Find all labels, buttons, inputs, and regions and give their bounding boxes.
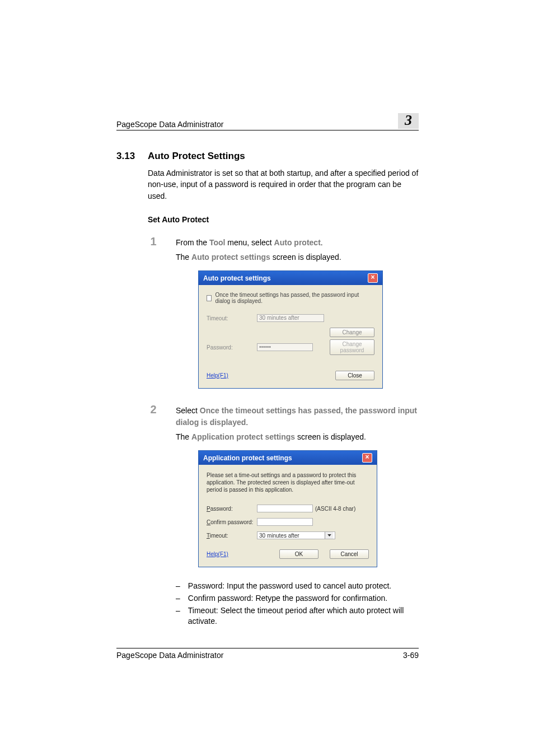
auto-protect-dialog: Auto protect settings × Once the timeout… (198, 270, 383, 389)
help-link[interactable]: Help(F1) (207, 372, 228, 379)
timeout-select[interactable]: 30 minutes after (257, 531, 335, 539)
header-product: PageScope Data Administrator (116, 120, 223, 129)
step-2-text: Select Once the timeout settings has pas… (176, 405, 419, 428)
footer-product: PageScope Data Administrator (116, 651, 223, 660)
chevron-down-icon (325, 532, 333, 539)
close-icon[interactable]: × (368, 273, 378, 283)
timeout-checkbox[interactable] (207, 295, 212, 301)
dialog1-title: Auto protect settings (203, 274, 271, 282)
subheading: Set Auto Protect (148, 215, 419, 224)
timeout-field: 30 minutes after (257, 314, 324, 322)
password-field: •••••• (257, 343, 313, 351)
password-input[interactable] (257, 505, 313, 512)
change-password-button[interactable]: Change password (330, 339, 374, 355)
section-title: Auto Protect Settings (148, 151, 245, 162)
ok-button[interactable]: OK (279, 549, 318, 559)
section-intro: Data Administrator is set so that at bot… (148, 167, 419, 202)
confirm-password-label: Confirm password: (207, 519, 257, 525)
cancel-button[interactable]: Cancel (330, 549, 369, 559)
step-number-1: 1 (148, 235, 159, 248)
close-icon[interactable]: × (362, 453, 372, 463)
bullet-list: –Password: Input the password used to ca… (176, 581, 419, 627)
timeout-label: Timeout: (207, 315, 257, 321)
confirm-password-input[interactable] (257, 518, 313, 526)
close-button[interactable]: Close (335, 371, 374, 380)
dialog2-title: Application protect settings (203, 454, 292, 462)
timeout-label-2: Timeout: (207, 533, 257, 539)
list-item: –Timeout: Select the timeout period afte… (176, 605, 419, 627)
step-1-text: From the Tool menu, select Auto protect. (176, 237, 419, 248)
chapter-number: 3 (398, 113, 419, 129)
password-note: (ASCII 4-8 char) (315, 506, 355, 512)
help-link-2[interactable]: Help(F1) (207, 551, 228, 557)
section-number: 3.13 (116, 151, 140, 162)
step-1-result: The Auto protect settings screen is disp… (176, 251, 419, 263)
list-item: –Password: Input the password used to ca… (176, 581, 419, 592)
application-protect-dialog: Application protect settings × Please se… (198, 450, 377, 567)
password-label-2: Password: (207, 506, 257, 512)
password-label: Password: (207, 344, 257, 351)
list-item: –Confirm password: Retype the password f… (176, 593, 419, 604)
step-number-2: 2 (148, 403, 159, 416)
change-button[interactable]: Change (330, 328, 374, 337)
dialog2-message: Please set a time-out settings and a pas… (207, 472, 369, 493)
checkbox-label: Once the timeout settings has passed, th… (215, 292, 374, 304)
footer-page: 3-69 (403, 651, 419, 660)
step-2-result: The Application protect settings screen … (176, 431, 419, 442)
